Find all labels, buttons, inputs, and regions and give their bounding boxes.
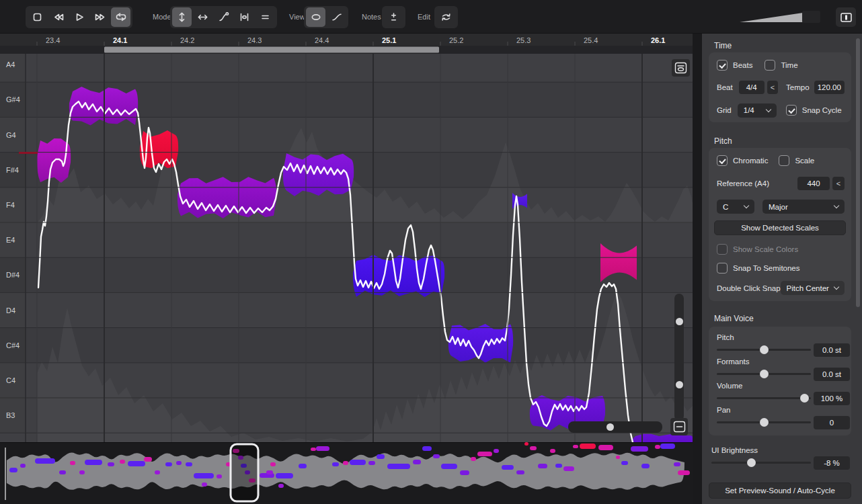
ui-brightness-slider[interactable] — [711, 462, 811, 464]
editor-horizontal-scroll-slider[interactable] — [568, 421, 662, 433]
side-panel-toggle-button[interactable] — [836, 7, 856, 27]
pitch-slider-thumb[interactable] — [760, 345, 769, 354]
scale-dropdown[interactable]: Major — [762, 200, 845, 214]
overview-note-pill — [128, 461, 145, 466]
mode-separation-tool[interactable] — [235, 7, 254, 27]
song-overview-strip[interactable] — [0, 442, 693, 504]
overview-note-pill — [580, 444, 596, 449]
snap-to-semitones-checkbox[interactable] — [717, 263, 728, 274]
ruler-label: 24.1 — [113, 36, 127, 44]
note-editor-canvas[interactable]: A4G#4G4F#4F4E4D#4D4C#4C4B323.424.124.224… — [0, 34, 693, 442]
panel-scrollbar[interactable] — [856, 38, 860, 307]
ruler-label: 25.4 — [584, 36, 598, 44]
overview-note-pill — [316, 446, 329, 451]
ruler-label: 26.1 — [651, 36, 665, 44]
time-checkbox[interactable] — [765, 60, 775, 71]
note-blob-F#4[interactable] — [283, 153, 354, 196]
note-blob-C#4[interactable] — [448, 324, 513, 363]
chromatic-label: Chromatic — [733, 157, 768, 165]
double-click-snap-label: Double Click Snap — [717, 284, 781, 292]
chevron-down-icon — [744, 203, 749, 208]
beats-checkbox[interactable] — [717, 60, 728, 71]
pitch-row-label: C#4 — [6, 341, 19, 349]
horizontal-zoom-slider[interactable] — [674, 347, 684, 421]
mode-pitch-tool[interactable] — [172, 7, 192, 27]
overview-note-pill — [422, 446, 432, 451]
play-button[interactable] — [69, 7, 89, 27]
horizontal-zoom-thumb[interactable] — [676, 381, 683, 388]
volume-slider[interactable] — [717, 397, 811, 399]
formants-slider-thumb[interactable] — [760, 370, 769, 378]
notes-plus-minus-button[interactable] — [384, 7, 403, 27]
horizontal-scroll-thumb[interactable] — [606, 423, 614, 431]
rewind-button[interactable] — [48, 7, 68, 27]
show-scale-colors-checkbox[interactable] — [717, 244, 728, 255]
overview-note-pill — [538, 464, 547, 468]
chevron-down-icon — [834, 284, 839, 290]
beat-prev-button[interactable]: < — [767, 81, 778, 94]
collapse-editor-button[interactable] — [670, 418, 688, 435]
double-click-snap-dropdown[interactable]: Pitch Center — [781, 281, 845, 295]
scale-checkbox[interactable] — [779, 155, 789, 166]
snap-cycle-label: Snap Cycle — [802, 106, 842, 114]
volume-slider-label: Volume — [717, 382, 742, 390]
editor-panel-divider — [693, 34, 702, 504]
time-checkbox-label: Time — [781, 61, 797, 69]
stop-button[interactable] — [28, 7, 47, 27]
pitch-slider[interactable] — [717, 349, 811, 351]
double-click-snap-value: Pitch Center — [787, 284, 829, 292]
overview-note-pill — [641, 464, 650, 468]
side-panel-icon — [840, 11, 853, 24]
pan-slider[interactable] — [717, 421, 811, 423]
edit-group — [434, 6, 458, 28]
chromatic-checkbox[interactable] — [717, 155, 728, 166]
tempo-label: Tempo — [786, 83, 810, 91]
ui-brightness-thumb[interactable] — [747, 458, 756, 467]
show-scale-colors-label: Show Scale Colors — [733, 245, 798, 253]
overview-note-pill — [555, 464, 562, 468]
view-blobs-button[interactable] — [306, 7, 325, 27]
overview-note-pill — [621, 461, 628, 465]
overview-note-pill — [471, 457, 476, 461]
overview-note-pill — [85, 460, 102, 465]
tempo-value[interactable]: 120.00 — [814, 81, 845, 94]
cycle-range-bar[interactable] — [104, 47, 439, 53]
time-group: Beats Time Beat 4/4 < Tempo 120.00 Grid … — [709, 52, 851, 122]
key-dropdown[interactable]: C — [717, 200, 754, 214]
overview-note-pill — [477, 452, 492, 456]
reference-value[interactable]: 440 — [797, 177, 830, 190]
formants-slider[interactable] — [717, 373, 811, 375]
overview-note-pill — [20, 464, 26, 468]
volume-value: 100 % — [814, 392, 850, 405]
ruler-label: 24.3 — [247, 36, 262, 44]
cycle-loop-button[interactable] — [111, 7, 130, 27]
overview-note-pill — [165, 462, 172, 466]
mode-level-tool[interactable] — [256, 7, 275, 27]
note-blob-D#4[interactable] — [353, 255, 444, 297]
fast-forward-button[interactable] — [90, 7, 110, 27]
overview-note-pill — [350, 460, 366, 465]
mode-drift-tool[interactable] — [214, 7, 233, 27]
grid-dropdown[interactable]: 1/4 — [738, 103, 777, 118]
pan-slider-thumb[interactable] — [760, 418, 769, 427]
vertical-zoom-thumb[interactable] — [676, 318, 683, 325]
output-level-slider[interactable] — [738, 9, 826, 25]
edit-swap-button[interactable] — [436, 7, 456, 27]
view-curve-button[interactable] — [327, 7, 346, 27]
snap-cycle-checkbox[interactable] — [786, 105, 797, 116]
scale-checkbox-label: Scale — [795, 157, 814, 165]
chevron-down-icon — [765, 106, 771, 112]
set-preview-sound-button[interactable]: Set Preview-Sound / Auto-Cycle — [709, 482, 851, 499]
overview-note-pill — [674, 462, 680, 466]
beat-signature-value[interactable]: 4/4 — [739, 81, 765, 94]
overview-note-pill — [598, 445, 613, 450]
pitch-row-label: C4 — [6, 376, 15, 384]
main-voice-group: Pitch0.0 stFormants0.0 stVolume100 %Pan0 — [709, 327, 851, 435]
pan-slider-label: Pan — [717, 406, 730, 414]
reference-prev-button[interactable]: < — [832, 177, 845, 190]
show-detected-scales-button[interactable]: Show Detected Scales — [714, 220, 846, 235]
mode-time-tool[interactable] — [193, 7, 212, 27]
blob-display-toggle-button[interactable] — [672, 59, 690, 77]
overview-viewport[interactable] — [231, 444, 258, 501]
volume-slider-thumb[interactable] — [800, 394, 809, 403]
